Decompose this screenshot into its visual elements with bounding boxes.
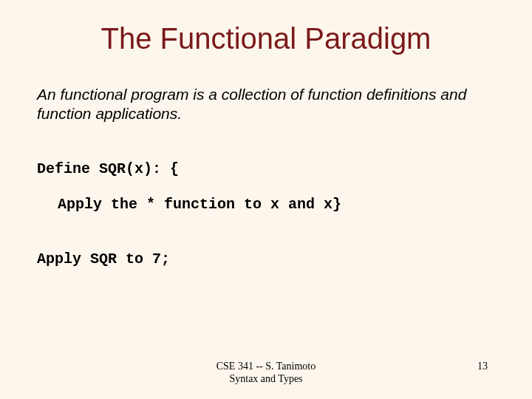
slide-footer: CSE 341 -- S. Tanimoto Syntax and Types … — [0, 361, 532, 386]
code-line-3: Apply SQR to 7; — [37, 250, 495, 269]
intro-paragraph: An functional program is a collection of… — [37, 85, 495, 124]
code-block: Define SQR(x): { Apply the * function to… — [37, 160, 495, 269]
code-line-1: Define SQR(x): { — [37, 160, 495, 179]
footer-center: CSE 341 -- S. Tanimoto Syntax and Types — [0, 361, 532, 386]
footer-line-2: Syntax and Types — [0, 373, 532, 386]
code-line-2: Apply the * function to x and x} — [37, 195, 495, 214]
slide: The Functional Paradigm An functional pr… — [0, 0, 532, 399]
slide-title: The Functional Paradigm — [37, 22, 495, 55]
footer-line-1: CSE 341 -- S. Tanimoto — [0, 361, 532, 373]
footer-page-number: 13 — [477, 361, 488, 372]
